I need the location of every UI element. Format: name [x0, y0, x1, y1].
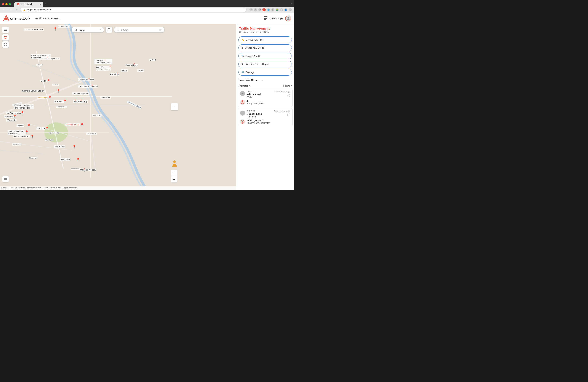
map-label: Rose Cottage — [125, 64, 138, 66]
ruler-button[interactable] — [2, 176, 9, 182]
map-label: The Bridge — [37, 96, 47, 99]
live-link-status-report-button[interactable]: ⊞ Live Link Status Report — [238, 61, 292, 67]
filters-button[interactable]: Filters ▾ — [284, 84, 292, 87]
forward-button[interactable]: → — [8, 8, 13, 12]
calendar-button[interactable] — [105, 27, 112, 33]
scale-label: 100 m — [43, 187, 48, 189]
extension-icon-1[interactable]: 🌐 — [267, 8, 270, 11]
closure-sub-location-2: Quaker Lane, Darlington — [247, 122, 270, 124]
traffic-management-nav[interactable]: Traffic Management ▾ — [35, 17, 61, 20]
map-nav-arrow-button[interactable]: → — [171, 103, 178, 110]
map-label: Brand 14 — [36, 127, 45, 130]
map-road-label-newst2: New St — [52, 84, 59, 86]
map-label: M.J. Fews — [54, 100, 64, 103]
calendar-small-icon: 🗓 — [75, 28, 77, 31]
map-label: Just-Washing.com — [72, 92, 89, 95]
map-label: Cotswold RenovationSpecialists — [31, 54, 51, 59]
reload-button[interactable]: ↻ — [15, 8, 19, 12]
info-button-2[interactable]: ⓘ — [287, 114, 290, 117]
settings-icon: ⚙️ — [242, 71, 244, 74]
tab-title: one.network — [21, 3, 32, 5]
bookmark-icon[interactable]: ☆ — [254, 8, 257, 11]
svg-rect-6 — [267, 16, 267, 17]
address-bar[interactable]: 🔒 staging.bk.one.network/tm — [20, 8, 247, 12]
layers-button[interactable] — [2, 27, 9, 33]
map-label: Wotton Rd — [6, 119, 17, 121]
new-tab-button[interactable]: + — [43, 2, 48, 6]
map-label: Charfield Service Station — [22, 90, 45, 92]
back-button[interactable]: ← — [2, 8, 7, 12]
shield-icon[interactable]: 🛡 — [258, 8, 261, 11]
extension-icon-4[interactable]: ⬜ — [280, 8, 283, 11]
expired-status-icon-2 — [240, 111, 245, 115]
panel-header: Traffic Management Closures, Diversions … — [236, 24, 294, 36]
browser-chrome: o one.network ✕ + ▾ ← → ↻ 🔒 staging.bk.o… — [0, 0, 294, 13]
active-tab[interactable]: o one.network ✕ — [15, 2, 43, 6]
map-label: Fascia Lift — [60, 158, 70, 161]
create-new-group-button[interactable]: ⊞ Create new Group — [238, 44, 292, 51]
map-label: Martin — [40, 79, 47, 82]
panel-subtitle: Closures, Diversions & TTROs — [239, 31, 291, 34]
zoom-in-button[interactable]: + — [171, 170, 177, 176]
street-view-button[interactable] — [172, 160, 177, 168]
svg-text:o: o — [18, 4, 19, 5]
browser-nav-bar: ← → ↻ 🔒 staging.bk.one.network/tm ⬆ ☆ 🛡 … — [0, 6, 294, 13]
closure-body-2: EXPIRED Ended 21 hours ago Quaker Lane D… — [240, 110, 290, 118]
notification-icon[interactable]: 3 — [262, 8, 266, 11]
map-road-label-berkeley: Berkeley Cl — [49, 132, 59, 134]
crosshair-icon: ⊕ — [159, 28, 162, 31]
search-edit-button[interactable]: 🔍 Search & edit — [238, 53, 292, 59]
incidents-button[interactable] — [2, 34, 9, 40]
promoter-filter-button[interactable]: Promoter ▾ — [238, 84, 250, 87]
map-pin-brand: 📍 — [45, 127, 49, 131]
extension-icon-3[interactable]: 🧩 — [275, 8, 279, 11]
apps-grid-icon[interactable] — [263, 16, 267, 21]
closure-sub-text-1: 2 — [247, 99, 265, 102]
panel-actions: ✏️ Create new Plan ⊞ Create new Group 🔍 … — [236, 36, 294, 76]
map-pin-fascia: 📍 — [76, 158, 80, 162]
map-search-bar[interactable]: Search ⊕ — [114, 27, 165, 33]
closure-sub-icon-1 — [240, 100, 245, 105]
svg-rect-28 — [4, 29, 7, 30]
extension-icon-5[interactable]: 👤 — [284, 8, 288, 11]
date-picker[interactable]: 🗓 Today ▼ — [71, 27, 104, 33]
tab-close-button[interactable]: ✕ — [40, 3, 41, 5]
close-window-button[interactable] — [2, 3, 4, 5]
map-nav-right: → — [171, 103, 178, 110]
live-link-title: Live Link Closures — [238, 78, 292, 82]
map-pin-fisher: 📍 — [53, 27, 57, 31]
maximize-window-button[interactable] — [9, 3, 11, 5]
svg-point-12 — [288, 17, 289, 19]
report-link[interactable]: Report a map error — [63, 187, 78, 189]
map-pin-primary: 📍 — [20, 111, 24, 115]
map-area[interactable]: 🗓 Today ▼ Search ⊕ Rio Pool Construction… — [0, 24, 236, 190]
minimize-window-button[interactable] — [5, 3, 8, 5]
closure-location-2: Darlington — [247, 115, 262, 118]
svg-rect-13 — [0, 24, 236, 190]
svg-rect-11 — [265, 19, 266, 20]
map-pin-spar: 📍 — [30, 134, 34, 138]
map-label: Fisher Motor — [58, 25, 70, 28]
settings-button[interactable]: ⚙️ Settings — [238, 69, 292, 76]
svg-point-33 — [6, 44, 6, 44]
share-icon[interactable]: ⬆ — [250, 8, 253, 11]
face-button[interactable] — [2, 41, 9, 48]
keyboard-shortcuts[interactable]: Keyboard shortcuts — [9, 187, 25, 189]
terms-link[interactable]: Terms of Use — [50, 187, 61, 189]
logo: one.network — [3, 15, 30, 22]
svg-point-38 — [117, 29, 119, 30]
user-avatar[interactable] — [285, 16, 291, 21]
map-pin-devine: 📍 — [72, 145, 76, 149]
zoom-out-button[interactable]: − — [171, 176, 177, 183]
extension-icon-2[interactable]: ▶ — [271, 8, 274, 11]
map-label: SPAR Avon Road — [13, 135, 30, 138]
tab-favicon: o — [17, 3, 20, 5]
create-new-plan-button[interactable]: ✏️ Create new Plan — [238, 36, 292, 43]
app: one.network Traffic Management ▾ Mark Si… — [0, 13, 294, 190]
svg-rect-10 — [264, 19, 265, 20]
info-button-1[interactable]: ⓘ — [287, 94, 290, 98]
tab-bar: o one.network ✕ + — [15, 2, 289, 6]
map-background — [0, 24, 236, 190]
closure-sub-text-2: EMAIL_ALERT — [247, 119, 270, 122]
browser-menu-icon[interactable]: ⋮ — [289, 8, 292, 11]
